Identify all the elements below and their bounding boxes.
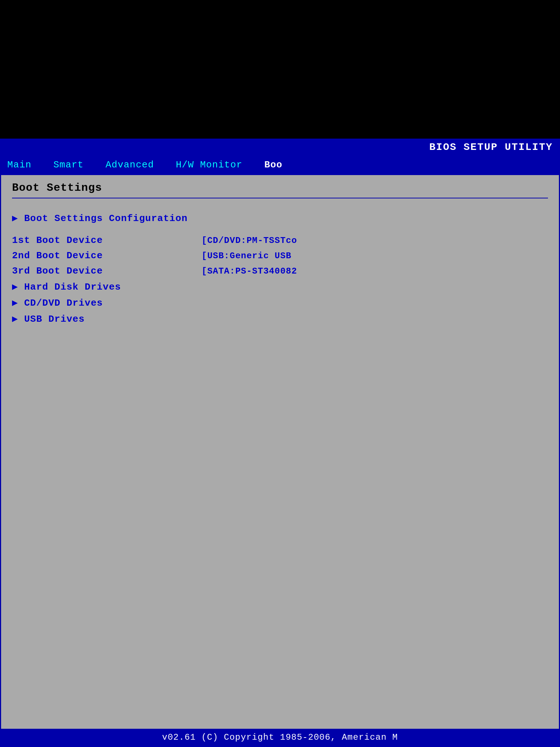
section-divider [12, 198, 548, 198]
bios-title: BIOS SETUP UTILITY [429, 142, 553, 153]
boot-device-row-3[interactable]: 3rd Boot Device [SATA:PS-ST340082 [12, 263, 548, 279]
nav-item-advanced[interactable]: Advanced [105, 159, 154, 170]
nav-item-smart[interactable]: Smart [53, 159, 83, 170]
content-area: Boot Settings Boot Settings Configuratio… [0, 174, 560, 747]
boot-device-1-value: [CD/DVD:PM-TSSTco [202, 236, 297, 245]
status-bar: v02.61 (C) Copyright 1985-2006, American… [1, 729, 559, 746]
boot-settings-config-item[interactable]: Boot Settings Configuration [12, 209, 548, 227]
usb-drives-label: USB Drives [12, 313, 202, 325]
spacer [12, 227, 548, 233]
boot-device-2-value: [USB:Generic USB [202, 251, 291, 261]
usb-drives-item[interactable]: USB Drives [12, 311, 548, 327]
section-header: Boot Settings [1, 175, 559, 202]
menu-area: Boot Settings Configuration 1st Boot Dev… [1, 202, 559, 729]
status-text: v02.61 (C) Copyright 1985-2006, American… [162, 732, 398, 742]
nav-item-main[interactable]: Main [7, 159, 31, 170]
boot-device-1-label: 1st Boot Device [12, 235, 202, 246]
cddvd-drives-item[interactable]: CD/DVD Drives [12, 295, 548, 311]
bios-screen: BIOS SETUP UTILITY Main Smart Advanced H… [0, 139, 560, 747]
boot-device-row-1[interactable]: 1st Boot Device [CD/DVD:PM-TSSTco [12, 233, 548, 248]
section-title: Boot Settings [12, 182, 548, 194]
boot-device-3-label: 3rd Boot Device [12, 266, 202, 276]
hard-disk-drives-label: Hard Disk Drives [12, 281, 202, 293]
nav-bar: Main Smart Advanced H/W Monitor Boo [0, 156, 560, 174]
boot-device-row-2[interactable]: 2nd Boot Device [USB:Generic USB [12, 248, 548, 263]
nav-item-boot[interactable]: Boo [264, 159, 283, 170]
cddvd-drives-label: CD/DVD Drives [12, 297, 202, 309]
boot-device-3-value: [SATA:PS-ST340082 [202, 266, 297, 276]
boot-device-2-label: 2nd Boot Device [12, 250, 202, 261]
black-top-region [0, 0, 560, 139]
nav-item-hw-monitor[interactable]: H/W Monitor [176, 159, 242, 170]
title-bar: BIOS SETUP UTILITY [0, 139, 560, 156]
boot-settings-config-label: Boot Settings Configuration [12, 212, 188, 224]
hard-disk-drives-item[interactable]: Hard Disk Drives [12, 279, 548, 295]
